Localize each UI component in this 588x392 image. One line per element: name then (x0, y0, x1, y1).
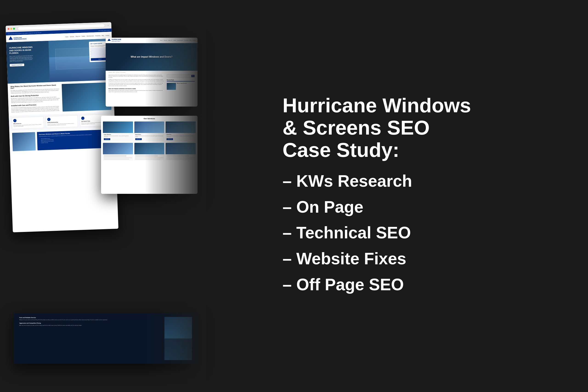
article-main: Impact windows and doors are specially d… (108, 75, 164, 94)
dark-p1: Whatever time you need to see this and b… (19, 319, 160, 320)
nav-link-home[interactable]: Home (65, 36, 68, 37)
article-sidebar: 🔍 Recent Posts What are Impact Windows (167, 75, 195, 94)
article-hero-overlay: What are Impact Windows and Doors? (106, 43, 198, 71)
service-card-title-storefront: StoreFront (166, 134, 195, 135)
screenshots-area: + We've provided premium windows to the … (0, 0, 207, 392)
small-card-quality: ✓ Quality Workmanship Quality isn't just… (46, 115, 78, 128)
section2-desc: We take pride in using high quality wind… (11, 96, 60, 103)
nav-link-blog[interactable]: Blog (102, 34, 104, 36)
services-grid: Impact Windows Impact windows provide se… (103, 122, 196, 141)
bullet-kws-research: KWs Research (282, 168, 471, 194)
learn-more-storefront[interactable]: LEARN MORE (166, 138, 173, 140)
dark-p2: Make sure we can help you do make sure t… (19, 325, 160, 326)
service-card-title-windows: Impact Windows (104, 134, 132, 135)
site-logo: HURRICANEWINDOW&SCREEN (8, 36, 26, 41)
recent-post-text: What are Impact Windows (177, 83, 187, 90)
article-logo: HURRICANEWINDOW&SCREEN (112, 38, 121, 42)
service-card-storefront: StoreFront When you need our security se… (166, 122, 196, 141)
service-card-body-windows: Impact Windows Impact windows provide se… (103, 133, 133, 141)
content-col-right (62, 82, 112, 112)
title-line1: Hurricane Windows (282, 94, 471, 117)
section3-desc: Our commitment to excellence doesn't sto… (11, 106, 60, 113)
services-content: Our Services Impact Windows Impact windo… (101, 116, 198, 164)
article-nav-blog[interactable]: Blog (190, 40, 191, 41)
article-p1: Impact windows and doors are specially d… (108, 75, 164, 78)
hero-desc: When it comes to protecting your home fr… (10, 55, 35, 62)
sidebar-search-btn[interactable]: 🔍 (191, 75, 194, 77)
screenshot-bottom: Fast and Reliable Service Whatever time … (14, 313, 198, 364)
service-card-img-doors (134, 122, 164, 133)
service-card-extra3 (166, 143, 196, 160)
hero-cta-btn[interactable]: REQUEST AN ESTIMATE (10, 64, 24, 66)
title-line2: & Screens SEO (282, 117, 471, 139)
service-card-desc-windows: Impact windows provide security and prot… (104, 136, 132, 137)
site-top-bar-right: Call Us Now: (305) 123-456 (98, 30, 110, 31)
hero-content: HURRICANE WINDOWS AND DOORS IN MIAMI FLO… (9, 46, 38, 66)
nav-link-about[interactable]: About Us (76, 35, 80, 37)
recent-post-img (167, 83, 176, 90)
service-card-doors: Impact Doors Impact doors provide securi… (134, 122, 164, 141)
nav-link-financing[interactable]: Financing (95, 35, 100, 36)
site-nav-links: Home Services About Us Gallery Manufactu… (65, 34, 109, 38)
article-nav-financing[interactable]: Financing (184, 40, 188, 41)
service-card-desc-storefront: When you need our security services, our… (166, 136, 195, 137)
recent-posts-title: Recent Posts (167, 79, 195, 82)
bottom-content-row: Hurricane Windows and Doors in Miami Flo… (9, 127, 116, 153)
article-nav: HURRICANEWINDOW&SCREEN Home Services Abo… (106, 38, 198, 43)
site-logo-text: HURRICANEWINDOW&SCREEN (14, 36, 26, 40)
bullet-website-fixes: Website Fixes (282, 246, 471, 272)
dark-section-left: Fast and Reliable Service Whatever time … (19, 317, 160, 360)
learn-more-doors[interactable]: LEARN MORE (135, 138, 142, 140)
bullet-on-page: On Page (282, 194, 471, 220)
service-card-desc-doors: Impact doors provide security and protec… (135, 136, 164, 137)
bullet-technical-seo: Technical SEO (282, 220, 471, 246)
service-card-body-storefront: StoreFront When you need our security se… (166, 133, 196, 141)
bullet-off-page-seo: Off Page SEO (282, 272, 471, 298)
small-card-desc-quality: Quality isn't just a goal - it's a way o… (47, 123, 76, 126)
nav-link-gallery[interactable]: Gallery (82, 35, 85, 37)
article-meta: January 7, 2023 · 11:02 am · 0 Comments (108, 72, 195, 73)
article-nav-contact[interactable]: Contact (192, 40, 196, 41)
content-section-1: What Makes Our Miami Hurricane Window an… (8, 80, 114, 116)
small-card-icon-why: ✓ (13, 119, 16, 122)
content-col-left: What Makes Our Miami Hurricane Window an… (10, 84, 60, 113)
small-card-desc-why: We're taking protection against the fier… (14, 124, 42, 127)
article-nav-about[interactable]: About Us (168, 40, 172, 41)
sidebar-search: 🔍 (167, 75, 195, 78)
small-card-title-quality: Quality Workmanship (47, 121, 76, 123)
article-p2: In addition to providing protection from… (108, 79, 164, 82)
nav-link-contact[interactable]: Contact (106, 34, 109, 36)
browser-dot-yellow (10, 28, 12, 30)
nav-link-manufacturers[interactable]: Manufacturers (86, 35, 94, 36)
service-card-title-doors: Impact Doors (135, 134, 164, 135)
text-block: Hurricane Windows & Screens SEO Case Stu… (282, 94, 471, 298)
title-line3: Case Study: (282, 139, 471, 161)
services-title: Our Services (103, 118, 196, 120)
article-body: Impact windows and doors are specially d… (106, 74, 198, 96)
sidebar-search-input[interactable] (167, 75, 191, 77)
service-card-extra2 (134, 143, 164, 160)
browser-dot-green (13, 28, 15, 30)
service-card-img-storefront (166, 122, 196, 133)
article-nav-manufacturers[interactable]: Manufacturers (177, 40, 183, 41)
service-card-img-windows (103, 122, 133, 133)
screenshots-container: + We've provided premium windows to the … (4, 15, 202, 378)
article-p3: It's important to note that impact windo… (108, 83, 164, 86)
article-hero-title: What are Impact Windows and Doors? (128, 56, 175, 58)
learn-more-windows[interactable]: LEARN MORE (104, 138, 110, 140)
hero-title: HURRICANE WINDOWS AND DOORS IN MIAMI FLO… (9, 46, 37, 55)
nav-link-services[interactable]: Services (70, 36, 74, 37)
screenshot-services: Our Services Impact Windows Impact windo… (101, 116, 198, 194)
article-nav-home[interactable]: Home (160, 40, 162, 41)
service-card-windows: Impact Windows Impact windows provide se… (103, 122, 133, 141)
recent-post-item: What are Impact Windows (167, 83, 195, 90)
article-nav-gallery[interactable]: Gallery (174, 40, 176, 41)
small-card-title-why: Why Choose Us (13, 122, 42, 124)
small-card-icon-quality: ✓ (47, 118, 50, 121)
services-grid-2 (103, 143, 196, 160)
dark-section-img (164, 317, 192, 360)
screenshot-article: HURRICANEWINDOW&SCREEN Home Services Abo… (106, 38, 198, 106)
small-card-icon-started: → (81, 116, 84, 120)
article-nav-services[interactable]: Services (164, 40, 167, 41)
small-card-why: ✓ Why Choose Us We're taking protection … (12, 116, 44, 129)
